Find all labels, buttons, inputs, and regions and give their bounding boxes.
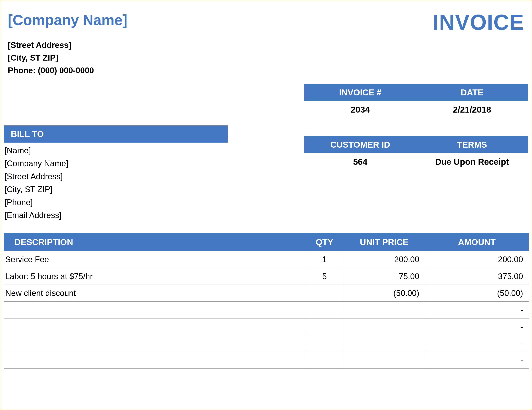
invoice-meta-values: 2034 2/21/2018 xyxy=(304,101,528,118)
cell-unit-price: 200.00 xyxy=(343,251,425,268)
cell-description: New client discount xyxy=(4,285,306,302)
company-address-block: [Street Address] [City, ST ZIP] Phone: (… xyxy=(4,33,528,77)
invoice-meta-header: INVOICE # DATE xyxy=(304,84,528,101)
cell-amount: - xyxy=(425,335,529,352)
customer-id-label: CUSTOMER ID xyxy=(304,140,416,150)
invoice-number-value: 2034 xyxy=(304,105,416,115)
cell-amount: - xyxy=(425,302,529,318)
bill-to-company: [Company Name] xyxy=(4,157,228,170)
table-row: - xyxy=(4,318,529,335)
cell-unit-price xyxy=(343,352,425,369)
company-phone: Phone: (000) 000-0000 xyxy=(8,64,528,77)
cell-unit-price: 75.00 xyxy=(343,268,425,285)
cell-qty xyxy=(306,335,343,352)
invoice-number-label: INVOICE # xyxy=(304,88,416,98)
items-header-row: DESCRIPTION QTY UNIT PRICE AMOUNT xyxy=(4,233,529,251)
col-qty: QTY xyxy=(306,233,343,251)
company-city: [City, ST ZIP] xyxy=(8,51,528,64)
cell-amount: - xyxy=(425,318,529,335)
cell-qty: 1 xyxy=(306,251,343,268)
cell-description: Labor: 5 hours at $75/hr xyxy=(4,268,306,285)
bill-to-email: [Email Address] xyxy=(4,209,228,222)
customer-meta-header: CUSTOMER ID TERMS xyxy=(304,136,528,153)
bill-to-header: BILL TO xyxy=(4,126,228,143)
cell-description xyxy=(4,318,306,335)
company-street: [Street Address] xyxy=(8,39,528,51)
invoice-date-value: 2/21/2018 xyxy=(416,105,528,115)
bill-to-body: [Name] [Company Name] [Street Address] [… xyxy=(4,143,228,222)
invoice-title: INVOICE xyxy=(433,11,524,33)
col-amount: AMOUNT xyxy=(425,233,529,251)
customer-meta-block: CUSTOMER ID TERMS 564 Due Upon Receipt xyxy=(304,136,528,170)
cell-description xyxy=(4,302,306,318)
table-row: Labor: 5 hours at $75/hr575.00375.00 xyxy=(4,268,529,285)
line-items-table: DESCRIPTION QTY UNIT PRICE AMOUNT Servic… xyxy=(4,233,529,369)
company-name: [Company Name] xyxy=(8,11,127,29)
customer-meta-values: 564 Due Upon Receipt xyxy=(304,153,528,170)
col-unit-price: UNIT PRICE xyxy=(343,233,425,251)
cell-description xyxy=(4,352,306,369)
cell-qty xyxy=(306,285,343,302)
cell-description: Service Fee xyxy=(4,251,306,268)
cell-amount: (50.00) xyxy=(425,285,529,302)
cell-description xyxy=(4,335,306,352)
bill-to-street: [Street Address] xyxy=(4,170,228,183)
bill-to-city: [City, ST ZIP] xyxy=(4,183,228,196)
bill-to-name: [Name] xyxy=(4,144,228,157)
cell-amount: 200.00 xyxy=(425,251,529,268)
cell-qty xyxy=(306,302,343,318)
cell-qty xyxy=(306,318,343,335)
table-row: Service Fee1200.00200.00 xyxy=(4,251,529,268)
header-row: [Company Name] INVOICE xyxy=(4,8,528,33)
invoice-meta-block: INVOICE # DATE 2034 2/21/2018 xyxy=(304,84,528,118)
cell-unit-price xyxy=(343,335,425,352)
table-row: - xyxy=(4,352,529,369)
invoice-date-label: DATE xyxy=(416,88,528,98)
bill-to-phone: [Phone] xyxy=(4,196,228,209)
cell-unit-price xyxy=(343,318,425,335)
cell-amount: 375.00 xyxy=(425,268,529,285)
cell-unit-price xyxy=(343,302,425,318)
table-row: New client discount(50.00)(50.00) xyxy=(4,285,529,302)
table-row: - xyxy=(4,335,529,352)
cell-qty xyxy=(306,352,343,369)
col-description: DESCRIPTION xyxy=(4,233,306,251)
table-row: - xyxy=(4,302,529,318)
cell-amount: - xyxy=(425,352,529,369)
terms-value: Due Upon Receipt xyxy=(416,157,528,167)
cell-qty: 5 xyxy=(306,268,343,285)
terms-label: TERMS xyxy=(416,140,528,150)
customer-id-value: 564 xyxy=(304,157,416,167)
cell-unit-price: (50.00) xyxy=(343,285,425,302)
